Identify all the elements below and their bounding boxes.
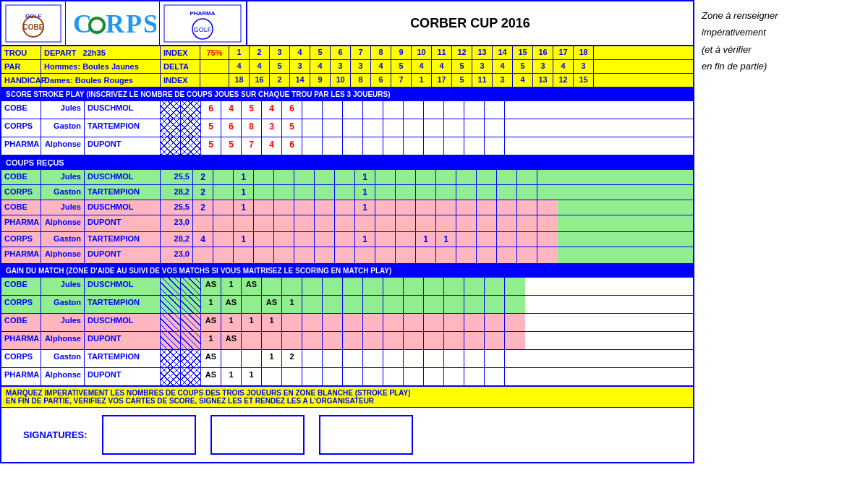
cr-row-6: PHARMA Alphonse DUPONT 23,0	[1, 247, 693, 265]
gm5-h17	[485, 350, 505, 367]
hole-2: 2	[250, 46, 270, 59]
gm2-first: Gaston	[41, 296, 85, 313]
cr3-h2	[213, 200, 234, 215]
depart-value: DEPART 22h35	[41, 46, 161, 59]
cr4-h17	[517, 215, 537, 231]
gm3-h18	[505, 314, 525, 331]
gm6-h11	[363, 368, 383, 385]
cr-row-5: CORPS Gaston TARTEMPION 28,2 4 1 1 1 1	[1, 232, 693, 247]
cr6-hcp: 23,0	[161, 247, 193, 263]
cr6-h8	[335, 247, 355, 263]
bottom-line1: MARQUEZ IMPERATIVEMENT LES NOMBRES DE CO…	[6, 389, 689, 397]
cr6-h1	[193, 247, 213, 263]
cr2-hcp: 28,2	[161, 185, 193, 200]
idx-18: 15	[574, 74, 594, 87]
s-pharma-h18	[505, 137, 525, 155]
hole-5: 5	[310, 46, 331, 59]
par-1: 4	[229, 60, 250, 73]
gm2-h7: 1	[282, 296, 302, 313]
s-corps-h3: 5	[201, 119, 221, 137]
par-4: 3	[290, 60, 310, 73]
gm3-h11	[363, 314, 383, 331]
par-17: 4	[553, 60, 574, 73]
gm5-h10	[343, 350, 363, 367]
side-note-line3: (et à vérifier	[702, 41, 861, 58]
s-cobe-h8	[302, 101, 323, 119]
gm3-h13	[404, 314, 424, 331]
cr6-h14	[456, 247, 477, 263]
stroke-corps-first: Gaston	[41, 119, 85, 137]
gm5-h15	[444, 350, 464, 367]
idx-14: 3	[493, 74, 513, 87]
gm4-h7	[282, 332, 302, 349]
svg-text:GOLF: GOLF	[194, 26, 212, 33]
cr1-team: COBE	[1, 170, 41, 184]
cr6-h12	[416, 247, 436, 263]
cr4-h11	[396, 215, 416, 231]
cr6-h3	[234, 247, 254, 263]
gm3-last: DUSCHMOL	[85, 314, 161, 331]
cr1-h16	[497, 170, 517, 184]
gm4-h15	[444, 332, 464, 349]
gm6-first: Alphonse	[41, 368, 85, 385]
gm4-h6	[262, 332, 282, 349]
delta-label: DELTA	[161, 60, 200, 73]
cr2-h13	[436, 185, 456, 200]
gm5-h5	[242, 350, 262, 367]
cr6-h6	[294, 247, 315, 263]
stroke-pharma-team: PHARMA	[1, 137, 41, 155]
cr2-h10	[375, 185, 396, 200]
gm1-h17	[485, 278, 505, 295]
gm6-h18	[505, 368, 525, 385]
gm3-h16	[464, 314, 485, 331]
cr3-last: DUSCHMOL	[85, 200, 161, 215]
cr2-h1: 2	[193, 185, 213, 200]
cr3-team: COBE	[1, 200, 41, 215]
title-area: CORBER CUP 2016	[247, 1, 693, 45]
hole-6: 6	[331, 46, 351, 59]
signature-box-1[interactable]	[102, 415, 196, 455]
cr2-h5	[274, 185, 294, 200]
hole-17: 17	[553, 46, 574, 59]
cr3-h8	[335, 200, 355, 215]
gm3-first: Jules	[41, 314, 85, 331]
cr1-h6	[294, 170, 315, 184]
dames-label: Dames: Boules Rouges	[41, 74, 161, 87]
gm4-h4: AS	[221, 332, 242, 349]
s-corps-h7: 5	[282, 119, 302, 137]
gm3-h14	[424, 314, 444, 331]
s-pharma-h9	[323, 137, 343, 155]
pharma-logo: PHARMA GOLF	[160, 1, 246, 45]
cross-2	[181, 101, 201, 119]
cr1-h7	[315, 170, 335, 184]
gain-match-header: GAIN DU MATCH (ZONE D'AIDE AU SUIVI DE V…	[1, 265, 693, 278]
s-corps-h5: 8	[242, 119, 262, 137]
side-note-line4: en fin de partie)	[702, 58, 861, 74]
gm2-h6: AS	[262, 296, 282, 313]
gm4-team: PHARMA	[1, 332, 41, 349]
cr4-first: Alphonse	[41, 215, 85, 231]
par-9: 5	[391, 60, 412, 73]
idx-2: 16	[250, 74, 270, 87]
gm6-h15	[444, 368, 464, 385]
gm1-h12	[383, 278, 404, 295]
par-13: 3	[472, 60, 493, 73]
s-corps-h11	[363, 119, 383, 137]
gm4-h18	[505, 332, 525, 349]
gm1-h10	[343, 278, 363, 295]
svg-point-6	[91, 20, 103, 31]
cr1-h3: 1	[234, 170, 254, 184]
cr1-h13	[436, 170, 456, 184]
cr1-h2	[213, 170, 234, 184]
cr3-h15	[477, 200, 497, 215]
cr3-h17	[517, 200, 537, 215]
signature-box-3[interactable]	[319, 415, 413, 455]
cr3-h18	[537, 200, 558, 215]
cr3-h14	[456, 200, 477, 215]
cross-pharma-1	[161, 137, 181, 155]
cr2-last: TARTEMPION	[85, 185, 161, 200]
handicap-label: HANDICAP	[1, 74, 41, 87]
cr4-h13	[436, 215, 456, 231]
signature-box-2[interactable]	[210, 415, 305, 455]
scorecard: GOLF COBE C RPS	[0, 0, 694, 463]
